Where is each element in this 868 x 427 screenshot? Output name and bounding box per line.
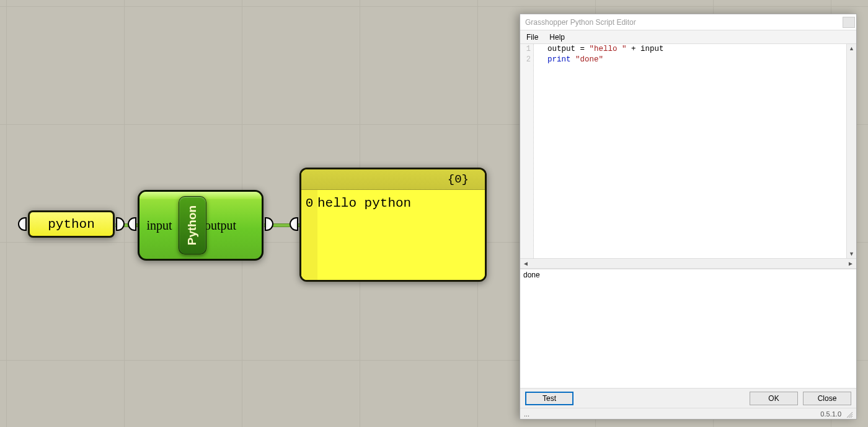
- line-number-2: 2: [520, 55, 533, 65]
- code-editor[interactable]: 1 2 output = "hello " + input print "don…: [520, 44, 856, 269]
- output-panel-row-index: 0: [301, 195, 317, 212]
- close-button[interactable]: Close: [803, 392, 851, 405]
- code-horizontal-scrollbar[interactable]: ◄ ►: [520, 258, 856, 268]
- python-input-label[interactable]: input: [140, 192, 179, 259]
- line-number-1: 1: [520, 44, 533, 55]
- status-version: 0.5.1.0: [820, 410, 841, 418]
- menu-help[interactable]: Help: [549, 33, 565, 42]
- status-left: ...: [524, 410, 529, 418]
- editor-console[interactable]: done: [520, 269, 856, 388]
- scroll-down-icon[interactable]: ▼: [849, 251, 854, 257]
- output-panel-row-text: hello python: [317, 195, 411, 212]
- script-editor-window[interactable]: Grasshopper Python Script Editor File He…: [520, 14, 857, 420]
- editor-title: Grasshopper Python Script Editor: [525, 18, 843, 27]
- output-panel-header: {0}: [301, 169, 485, 190]
- editor-button-bar: Test OK Close: [520, 388, 856, 408]
- scroll-left-icon[interactable]: ◄: [522, 260, 529, 267]
- python-component-core-label: Python: [186, 205, 200, 245]
- code-vertical-scrollbar[interactable]: ▲ ▼: [846, 44, 856, 258]
- grip-node2-in[interactable]: [128, 217, 136, 231]
- canvas[interactable]: python input output Python {0} 0 hello p…: [0, 0, 868, 427]
- ok-button[interactable]: OK: [750, 392, 798, 405]
- grip-node2-out[interactable]: [265, 217, 273, 231]
- scroll-right-icon[interactable]: ►: [847, 260, 854, 267]
- grip-node1-out[interactable]: [116, 217, 125, 231]
- editor-titlebar[interactable]: Grasshopper Python Script Editor: [520, 14, 856, 30]
- close-icon[interactable]: [843, 17, 855, 28]
- resize-grip-icon[interactable]: [845, 410, 852, 418]
- grip-node1-in[interactable]: [18, 217, 27, 231]
- code-gutter: 1 2: [520, 44, 534, 258]
- text-panel-node[interactable]: python: [28, 210, 115, 238]
- output-panel-node[interactable]: {0} 0 hello python: [299, 168, 487, 282]
- console-output-text: done: [523, 271, 540, 279]
- test-button[interactable]: Test: [525, 392, 574, 405]
- python-component-core[interactable]: Python: [179, 196, 206, 254]
- output-panel-row: 0 hello python: [301, 195, 485, 212]
- menu-file[interactable]: File: [526, 33, 538, 42]
- grip-node3-in[interactable]: [290, 217, 298, 231]
- editor-menubar: File Help: [520, 30, 856, 44]
- scroll-up-icon[interactable]: ▲: [849, 45, 854, 52]
- editor-status-bar: ... 0.5.1.0: [520, 408, 856, 419]
- code-text[interactable]: output = "hello " + input print "done": [547, 44, 846, 258]
- text-panel-label: python: [48, 217, 95, 231]
